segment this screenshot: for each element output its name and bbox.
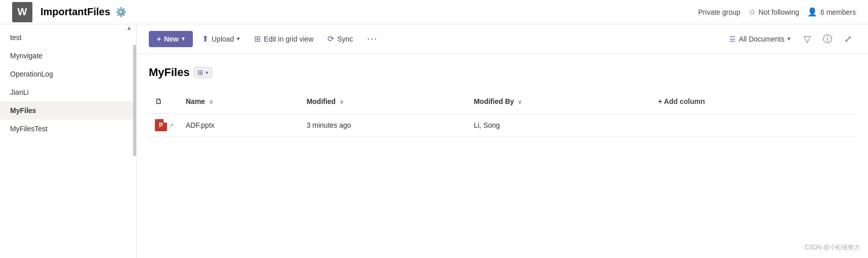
sidebar: ▲ test Mynvigate OperationLog JianLi MyF… bbox=[0, 24, 137, 258]
edit-grid-button[interactable]: ⊞ Edit in grid view bbox=[249, 31, 318, 47]
upload-chevron-icon: ▾ bbox=[237, 35, 240, 42]
th-modified-label: Modified bbox=[307, 97, 336, 105]
info-icon: ⓘ bbox=[823, 34, 832, 44]
file-name: ADF.pptx bbox=[186, 121, 215, 129]
sidebar-item-myfiles[interactable]: MyFiles bbox=[0, 101, 136, 120]
file-pinned-icon: ↗ bbox=[169, 122, 174, 129]
th-modified-by[interactable]: Modified By ∨ bbox=[468, 89, 646, 114]
sidebar-scrollbar[interactable] bbox=[133, 45, 136, 156]
table-row: P ↗ ADF.pptx 3 minutes ago Li, S bbox=[149, 114, 856, 137]
th-name[interactable]: Name ∨ bbox=[180, 89, 301, 114]
sidebar-item-jianli[interactable]: JianLi bbox=[0, 83, 136, 101]
layout: ▲ test Mynvigate OperationLog JianLi MyF… bbox=[0, 24, 868, 258]
all-documents-label: All Documents bbox=[739, 35, 784, 43]
pptx-letter: P bbox=[159, 122, 163, 129]
info-button[interactable]: ⓘ bbox=[819, 31, 836, 47]
file-name-cell[interactable]: ADF.pptx bbox=[180, 114, 301, 137]
app-logo: W bbox=[12, 2, 32, 22]
more-button[interactable]: ··· bbox=[362, 30, 383, 47]
th-modified-by-label: Modified By bbox=[474, 97, 514, 105]
view-toggle-chevron: ▾ bbox=[205, 69, 209, 76]
main-content: + New ▾ ⬆ Upload ▾ ⊞ Edit in grid view ⟳… bbox=[137, 24, 868, 258]
file-table: 🗋 Name ∨ Modified ∨ Modified By ∨ bbox=[149, 89, 856, 137]
modified-by-sort-icon: ∨ bbox=[518, 99, 522, 105]
members-count[interactable]: 👤 6 members bbox=[807, 7, 856, 17]
sync-label: Sync bbox=[337, 35, 353, 43]
add-column-button[interactable]: + Add column bbox=[652, 93, 711, 109]
upload-icon: ⬆ bbox=[202, 34, 209, 44]
edit-grid-icon: ⊞ bbox=[254, 34, 261, 44]
sidebar-item-operationlog[interactable]: OperationLog bbox=[0, 65, 136, 83]
watermark: CSDN @小松很努力 bbox=[804, 243, 860, 252]
filter-button[interactable]: ▽ bbox=[800, 31, 815, 47]
new-plus-icon: + bbox=[157, 35, 161, 43]
members-icon: 👤 bbox=[807, 7, 817, 17]
file-modified: 3 minutes ago bbox=[307, 121, 351, 129]
settings-icon[interactable]: ⚙️ bbox=[115, 7, 127, 18]
file-type-icon: 🗋 bbox=[155, 97, 162, 105]
header: W ImportantFiles ⚙️ Private group ☆ Not … bbox=[0, 0, 868, 24]
file-modified-cell: 3 minutes ago bbox=[301, 114, 468, 137]
section-title: MyFiles bbox=[149, 66, 190, 79]
th-file-icon: 🗋 bbox=[149, 89, 180, 114]
more-icon: ··· bbox=[367, 33, 378, 44]
upload-label: Upload bbox=[212, 35, 234, 43]
file-modified-by: Li, Song bbox=[474, 121, 500, 129]
table-header-row: 🗋 Name ∨ Modified ∨ Modified By ∨ bbox=[149, 89, 856, 114]
upload-button[interactable]: ⬆ Upload ▾ bbox=[197, 31, 245, 47]
new-chevron-icon: ▾ bbox=[182, 35, 185, 42]
list-view-icon: ☰ bbox=[729, 35, 736, 43]
expand-button[interactable]: ⤢ bbox=[840, 31, 856, 47]
private-group: Private group bbox=[698, 8, 740, 16]
sidebar-scroll-up[interactable]: ▲ bbox=[126, 24, 132, 31]
toolbar: + New ▾ ⬆ Upload ▾ ⊞ Edit in grid view ⟳… bbox=[137, 24, 868, 54]
filter-icon: ▽ bbox=[804, 34, 811, 44]
view-toggle-icon: ⊞ bbox=[197, 68, 203, 77]
star-icon: ☆ bbox=[749, 7, 756, 17]
content-title: MyFiles ⊞ ▾ bbox=[149, 66, 856, 79]
edit-grid-label: Edit in grid view bbox=[264, 35, 313, 43]
follow-toggle[interactable]: ☆ Not following bbox=[749, 7, 799, 17]
th-modified[interactable]: Modified ∨ bbox=[301, 89, 468, 114]
expand-icon: ⤢ bbox=[844, 34, 852, 44]
new-button[interactable]: + New ▾ bbox=[149, 31, 193, 47]
file-icon-cell: P ↗ bbox=[149, 114, 180, 137]
pptx-file-icon: P bbox=[155, 119, 167, 131]
sync-icon: ⟳ bbox=[327, 34, 334, 44]
modified-sort-icon: ∨ bbox=[340, 99, 344, 105]
th-add-column[interactable]: + Add column bbox=[646, 89, 856, 114]
file-modified-by-cell: Li, Song bbox=[468, 114, 646, 137]
sidebar-item-mynvigate[interactable]: Mynvigate bbox=[0, 47, 136, 65]
view-toggle-button[interactable]: ⊞ ▾ bbox=[194, 67, 212, 78]
toolbar-right: ☰ All Documents ▾ ▽ ⓘ ⤢ bbox=[724, 31, 856, 47]
name-sort-icon: ∨ bbox=[209, 99, 213, 105]
new-label: New bbox=[164, 35, 179, 43]
site-title: ImportantFiles bbox=[40, 6, 110, 18]
all-documents-button[interactable]: ☰ All Documents ▾ bbox=[724, 32, 796, 46]
not-following-label: Not following bbox=[759, 8, 799, 16]
sidebar-item-test[interactable]: test bbox=[0, 28, 136, 47]
content-area: MyFiles ⊞ ▾ 🗋 Name ∨ bbox=[137, 54, 868, 137]
file-add-col-cell bbox=[646, 114, 856, 137]
private-group-label: Private group bbox=[698, 8, 740, 16]
members-label: 6 members bbox=[820, 8, 856, 16]
sync-button[interactable]: ⟳ Sync bbox=[322, 31, 358, 47]
header-right: Private group ☆ Not following 👤 6 member… bbox=[698, 7, 856, 17]
th-name-label: Name bbox=[186, 97, 205, 105]
sidebar-item-myfilestest[interactable]: MyFilesTest bbox=[0, 120, 136, 138]
all-docs-chevron-icon: ▾ bbox=[788, 35, 791, 42]
